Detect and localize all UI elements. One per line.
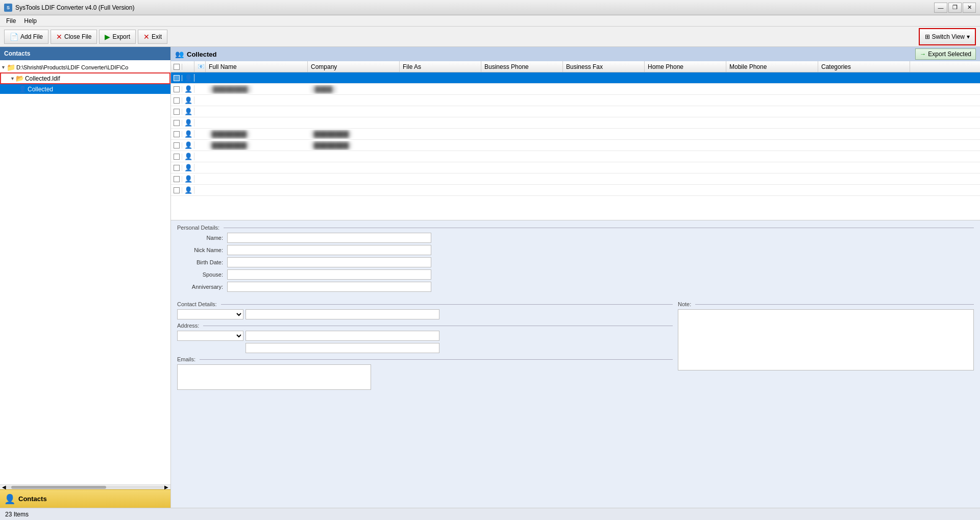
exit-button[interactable]: ✕ Exit	[138, 30, 167, 44]
col-header-bizfax[interactable]: Business Fax	[563, 61, 645, 72]
birthdate-label: Birth Date:	[177, 259, 223, 265]
nickname-input[interactable]	[227, 245, 431, 255]
table-row[interactable]: 👤 ████████ ████	[171, 84, 980, 95]
minimize-button[interactable]: —	[934, 3, 947, 13]
table-row[interactable]: 👤	[171, 151, 980, 162]
row-fullname-9	[206, 167, 308, 169]
row-categories-2	[818, 88, 910, 90]
switch-view-button[interactable]: ⊞ Switch View ▾	[919, 28, 976, 45]
row-checkbox-7[interactable]	[171, 142, 182, 148]
address-extra-input[interactable]	[246, 343, 439, 353]
menu-file[interactable]: File	[2, 15, 20, 26]
table-row[interactable]: 👤 ████████ ████████	[171, 140, 980, 151]
address-type-select[interactable]	[177, 331, 243, 341]
checkbox-1[interactable]	[174, 75, 180, 81]
row-fullname-11	[206, 189, 308, 191]
exit-icon: ✕	[143, 33, 150, 41]
tree-item-root-folder[interactable]: ▼ 📁 D:\Shrishti\Products\LDIF Converter\…	[0, 62, 170, 72]
table-row[interactable]: 👤	[171, 117, 980, 129]
row-checkbox-2[interactable]	[171, 86, 182, 92]
row-bizphone-5	[481, 122, 563, 124]
row-homephone-1	[645, 77, 726, 79]
export-selected-button[interactable]: → Export Selected	[915, 48, 976, 60]
checkbox-10[interactable]	[174, 176, 180, 182]
checkbox-5[interactable]	[174, 120, 180, 126]
row-checkbox-9[interactable]	[171, 165, 182, 171]
checkbox-6[interactable]	[174, 131, 180, 137]
close-file-button[interactable]: ✕ Close File	[51, 30, 97, 44]
sidebar-footer[interactable]: 👤 Contacts	[0, 489, 170, 508]
menu-help[interactable]: Help	[20, 15, 41, 26]
close-button[interactable]: ✕	[963, 3, 976, 13]
row-bizfax-11	[563, 189, 645, 191]
row-checkbox-3[interactable]	[171, 97, 182, 104]
table-row[interactable]: 👤	[171, 72, 980, 84]
bottom-detail-layout: Contact Details: Address:	[177, 301, 974, 394]
checkbox-11[interactable]	[174, 187, 180, 193]
row-fullname-7: ████████	[206, 141, 308, 150]
address-value-input[interactable]	[246, 331, 439, 341]
spouse-input[interactable]	[227, 269, 431, 280]
row-bizfax-8	[563, 156, 645, 158]
name-input[interactable]	[227, 233, 431, 243]
row-checkbox-5[interactable]	[171, 120, 182, 126]
anniversary-input[interactable]	[227, 282, 431, 292]
table-body[interactable]: 👤 👤 ████████ ████	[171, 72, 980, 220]
checkbox-7[interactable]	[174, 142, 180, 148]
table-row[interactable]: 👤	[171, 106, 980, 117]
contact-type-select[interactable]	[177, 309, 243, 319]
row-checkbox-6[interactable]	[171, 131, 182, 137]
restore-button[interactable]: ❐	[948, 3, 962, 13]
exit-label: Exit	[152, 33, 162, 40]
status-bar: 23 Items	[0, 508, 980, 520]
row-checkbox-11[interactable]	[171, 187, 182, 193]
checkbox-4[interactable]	[174, 109, 180, 115]
row-fileas-10	[400, 178, 481, 180]
row-fileas-2	[400, 88, 481, 90]
col-header-categories[interactable]: Categories	[818, 61, 910, 72]
row-icon-3: 👤	[182, 96, 194, 104]
birthdate-input[interactable]	[227, 257, 431, 267]
row-checkbox-8[interactable]	[171, 154, 182, 160]
row-checkbox-4[interactable]	[171, 109, 182, 115]
sidebar-tree[interactable]: ▼ 📁 D:\Shrishti\Products\LDIF Converter\…	[0, 60, 170, 484]
table-row[interactable]: 👤	[171, 95, 980, 106]
note-textarea[interactable]	[678, 309, 974, 370]
col-header-fullname[interactable]: Full Name	[206, 61, 308, 72]
add-file-button[interactable]: 📄 Add File	[4, 30, 48, 44]
checkbox-9[interactable]	[174, 165, 180, 171]
col-header-check[interactable]	[171, 64, 182, 70]
row-company-7: ████████	[308, 141, 400, 150]
tree-item-collected[interactable]: 👤 Collected	[0, 84, 170, 94]
emails-textarea[interactable]	[177, 364, 371, 390]
row-checkbox-10[interactable]	[171, 176, 182, 182]
table-row[interactable]: 👤	[171, 162, 980, 174]
sidebar-scrollbar-area[interactable]: ◀ ▶	[0, 484, 170, 489]
row-fullname-8	[206, 156, 308, 158]
export-button[interactable]: ▶ Export	[99, 30, 136, 44]
table-row[interactable]: 👤	[171, 185, 980, 196]
col-header-fileas[interactable]: File As	[400, 61, 481, 72]
checkbox-8[interactable]	[174, 154, 180, 160]
tree-item-ldif-file[interactable]: ▼ 📂 Collected.ldif	[0, 72, 170, 84]
col-header-bizphone[interactable]: Business Phone	[481, 61, 563, 72]
checkbox-2[interactable]	[174, 86, 180, 92]
col-header-company[interactable]: Company	[308, 61, 400, 72]
select-all-checkbox[interactable]	[174, 64, 180, 70]
col-header-homephone[interactable]: Home Phone	[645, 61, 726, 72]
sidebar-scroll-track[interactable]	[6, 486, 164, 489]
row-homephone-8	[645, 156, 726, 158]
row-homephone-7	[645, 144, 726, 146]
col-header-mobilephone[interactable]: Mobile Phone	[726, 61, 818, 72]
contact-value-input[interactable]	[246, 309, 439, 319]
checkbox-3[interactable]	[174, 97, 180, 104]
row-homephone-3	[645, 100, 726, 102]
row-mobilephone-6	[726, 133, 818, 135]
row-company-5	[308, 122, 400, 124]
row-bizfax-1	[563, 77, 645, 79]
row-bizphone-4	[481, 111, 563, 113]
table-row[interactable]: 👤 ████████ ████████	[171, 129, 980, 140]
row-checkbox-1[interactable]	[171, 75, 182, 81]
row-bizphone-11	[481, 189, 563, 191]
table-row[interactable]: 👤	[171, 174, 980, 185]
